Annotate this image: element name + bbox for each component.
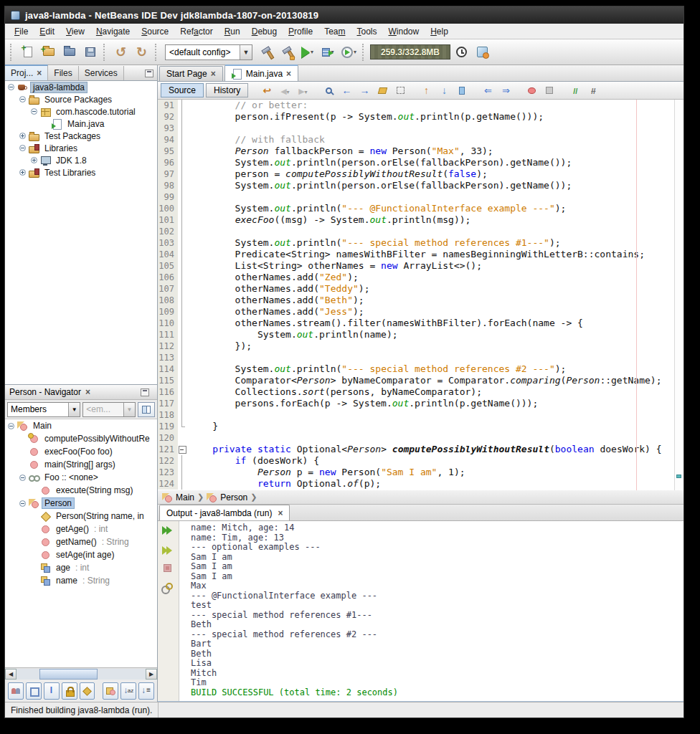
run-project-button[interactable]: ▾	[298, 42, 317, 62]
tab-main-java[interactable]: Main.java ×	[224, 65, 298, 81]
close-icon[interactable]: ×	[85, 388, 90, 396]
collapse-icon[interactable]	[19, 500, 26, 507]
tab-start-page[interactable]: Start Page ×	[159, 66, 223, 81]
gc-button[interactable]	[452, 42, 471, 62]
memory-monitor[interactable]: 259.3/332.8MB	[370, 44, 450, 59]
menu-team[interactable]: Team	[319, 25, 350, 38]
collapse-icon[interactable]	[8, 84, 14, 90]
collapse-icon[interactable]	[19, 145, 26, 151]
show-fields-button[interactable]	[26, 682, 42, 700]
tree-item-test-libraries[interactable]: Test Libraries	[5, 166, 157, 178]
rerun-icon[interactable]	[162, 525, 171, 538]
scroll-left-icon[interactable]: ◀	[5, 669, 16, 680]
find-previous-button[interactable]	[338, 83, 355, 98]
last-edit-button[interactable]	[258, 83, 275, 98]
scrollbar-track[interactable]	[16, 669, 146, 680]
new-file-button[interactable]: +	[18, 42, 37, 62]
find-next-button[interactable]	[356, 83, 373, 98]
menu-help[interactable]: Help	[425, 25, 453, 38]
shift-line-left-button[interactable]	[479, 83, 496, 98]
stop-macro-button[interactable]	[541, 83, 558, 98]
update-center-button[interactable]	[473, 42, 492, 62]
minimize-panel-icon[interactable]	[145, 70, 153, 77]
start-macro-button[interactable]	[523, 83, 540, 98]
filter-text-combobox[interactable]: <em... ▼	[82, 402, 136, 417]
open-project-button[interactable]	[60, 42, 79, 62]
tab-services[interactable]: Services	[79, 66, 124, 80]
projects-tree[interactable]: java8-lambdaSource Packagescom.hascode.t…	[5, 81, 157, 384]
forward-button[interactable]	[294, 83, 311, 98]
find-selection-button[interactable]	[320, 83, 337, 98]
tab-files[interactable]: Files	[48, 66, 78, 80]
show-inherited-button[interactable]	[8, 682, 24, 700]
clean-and-build-button[interactable]	[277, 42, 296, 62]
tree-item-main[interactable]: Main	[5, 419, 157, 432]
stop-icon[interactable]	[164, 564, 171, 572]
members-view-combobox[interactable]: Members ▼	[7, 402, 80, 417]
sort-alpha-button[interactable]	[120, 682, 136, 700]
comment-button[interactable]	[567, 83, 584, 98]
expand-icon[interactable]	[31, 157, 37, 163]
sort-source-button[interactable]	[138, 682, 154, 700]
breadcrumb-main[interactable]: Main	[176, 492, 194, 502]
output-console[interactable]: name: Mitch, age: 14name: Tim, age: 13--…	[179, 521, 684, 701]
tree-item-execfoo-foo-foo[interactable]: execFoo(Foo foo)	[5, 445, 157, 458]
error-stripe[interactable]	[674, 100, 684, 490]
close-icon[interactable]: ×	[37, 69, 42, 77]
tree-item-test-packages[interactable]: Test Packages	[5, 130, 157, 142]
show-inner-button[interactable]	[103, 682, 118, 700]
tree-item-getname[interactable]: getName() : String	[5, 535, 157, 548]
history-view-button[interactable]: History	[206, 83, 248, 97]
build-project-button[interactable]	[256, 42, 275, 62]
next-bookmark-button[interactable]	[435, 83, 453, 98]
tree-item-person[interactable]: Person	[5, 497, 157, 510]
ant-settings-icon[interactable]	[161, 583, 174, 593]
tree-item-name[interactable]: name : String	[5, 574, 157, 587]
close-icon[interactable]: ×	[211, 70, 216, 78]
menu-file[interactable]: File	[9, 25, 33, 38]
collapse-icon[interactable]	[19, 475, 26, 481]
undo-button[interactable]: ↺	[111, 42, 131, 62]
profile-project-button[interactable]: ▾	[339, 42, 359, 62]
uncomment-button[interactable]	[585, 83, 602, 98]
redo-button[interactable]: ↻	[132, 42, 151, 62]
collapse-icon[interactable]	[31, 108, 37, 115]
menu-refactor[interactable]: Refactor	[175, 25, 217, 38]
tree-item-person-string-name-in[interactable]: Person(String name, in	[5, 510, 157, 523]
tree-item-source-packages[interactable]: Source Packages	[5, 93, 157, 105]
rectangular-selection-button[interactable]	[392, 83, 409, 98]
menu-view[interactable]: View	[61, 25, 90, 38]
previous-bookmark-button[interactable]	[417, 83, 435, 98]
menu-profile[interactable]: Profile	[283, 25, 318, 38]
columns-button[interactable]	[138, 402, 155, 417]
menu-navigate[interactable]: Navigate	[91, 25, 135, 38]
show-non-public-button[interactable]	[62, 682, 77, 700]
close-icon[interactable]: ×	[278, 509, 283, 518]
menu-source[interactable]: Source	[136, 25, 174, 38]
collapse-icon[interactable]	[8, 423, 14, 429]
collapse-icon[interactable]	[19, 96, 26, 103]
tab-projects[interactable]: Proj... ×	[5, 65, 48, 80]
menu-debug[interactable]: Debug	[247, 25, 282, 38]
minimize-panel-icon[interactable]	[141, 389, 149, 396]
save-all-button[interactable]	[80, 42, 100, 62]
code-editor[interactable]: 91 // or better:92 person.ifPresent(p ->…	[158, 100, 684, 490]
expand-icon[interactable]	[19, 133, 26, 139]
new-project-button[interactable]: +	[39, 42, 58, 62]
tree-item-main-java[interactable]: Main.java	[5, 118, 157, 130]
source-view-button[interactable]: Source	[161, 83, 204, 97]
expand-icon[interactable]	[19, 169, 26, 176]
tree-item-foo-none[interactable]: Foo :: <none>	[5, 471, 157, 484]
back-button[interactable]	[276, 83, 293, 98]
toggle-bookmark-button[interactable]	[453, 83, 470, 98]
debug-project-button[interactable]: ▾	[318, 42, 338, 62]
tree-item-jdk-1-8[interactable]: JDK 1.8	[5, 154, 157, 166]
menu-window[interactable]: Window	[384, 25, 425, 38]
tree-item-main-string-args[interactable]: main(String[] args)	[5, 458, 157, 471]
navigator-tree[interactable]: MaincomputePossiblyWithoutReexecFoo(Foo …	[5, 419, 157, 667]
tree-item-libraries[interactable]: Libraries	[5, 142, 157, 154]
scroll-right-icon[interactable]: ▶	[146, 669, 157, 680]
show-constructors-button[interactable]	[80, 682, 95, 700]
toggle-highlight-button[interactable]	[374, 83, 391, 98]
fold-collapse-icon[interactable]	[178, 444, 187, 455]
